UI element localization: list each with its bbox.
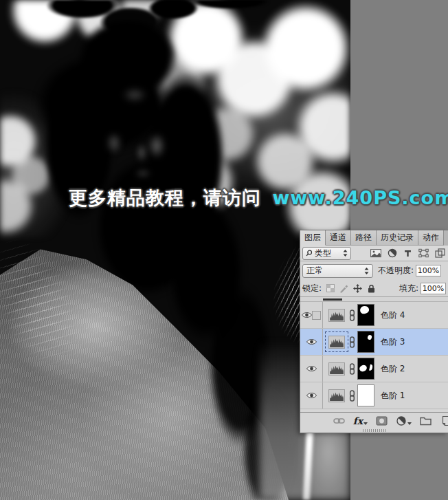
- filter-icon-group: [370, 248, 446, 258]
- lock-transparency-icon[interactable]: [326, 284, 335, 292]
- layer-mask-thumbnail[interactable]: [357, 358, 374, 380]
- adjustment-layer-thumbnail[interactable]: [327, 334, 346, 350]
- opacity-value: 100%: [418, 266, 439, 275]
- adjustment-layer-thumbnail[interactable]: [327, 360, 346, 377]
- filter-row: 类型: [300, 246, 448, 261]
- layer-row[interactable]: 色阶 3: [300, 329, 448, 356]
- pixel-layers-filter-icon[interactable]: [370, 248, 381, 258]
- adjustment-layer-thumbnail[interactable]: [327, 307, 346, 323]
- watermark: 更多精品教程，请访问 www.240PS.com: [69, 186, 399, 210]
- adjustment-layers-filter-icon[interactable]: [388, 248, 397, 258]
- add-layer-mask-icon[interactable]: [376, 415, 388, 426]
- lock-label: 锁定:: [302, 283, 322, 294]
- new-adjustment-layer-icon[interactable]: [396, 415, 412, 426]
- link-layers-icon[interactable]: [333, 415, 345, 426]
- layers-panel: 图层 通道 路径 历史记录 动作 类型: [300, 230, 448, 433]
- layer-name[interactable]: 色阶 2: [381, 363, 405, 375]
- blend-mode-row: 正常 不透明度: 100%: [300, 261, 448, 280]
- adjustment-layer-thumbnail[interactable]: [327, 387, 346, 404]
- layer-style-icon[interactable]: fx: [353, 416, 368, 426]
- grip-dots-icon: [363, 429, 386, 432]
- tab-paths[interactable]: 路径: [351, 230, 377, 246]
- tab-channels[interactable]: 通道: [326, 230, 351, 246]
- partial-layer-row: [300, 297, 448, 302]
- new-group-icon[interactable]: [420, 415, 432, 426]
- layer-mask-thumbnail[interactable]: [357, 331, 374, 353]
- tab-history[interactable]: 历史记录: [377, 230, 418, 246]
- opacity-label: 不透明度:: [378, 265, 414, 276]
- visibility-toggle[interactable]: [300, 329, 323, 355]
- visibility-toggle[interactable]: [300, 382, 323, 409]
- tab-actions[interactable]: 动作: [418, 230, 444, 246]
- layer-name[interactable]: 色阶 4: [381, 309, 405, 321]
- visibility-toggle[interactable]: [300, 302, 323, 328]
- layer-row[interactable]: 色阶 1: [300, 382, 448, 409]
- layer-row[interactable]: 色阶 2: [300, 356, 448, 382]
- fill-input[interactable]: 100%: [421, 283, 446, 294]
- opacity-input[interactable]: 100%: [416, 265, 441, 276]
- watermark-url: www.240PS.com: [272, 187, 448, 208]
- layer-row[interactable]: 色阶 4: [300, 302, 448, 329]
- fill-label: 填充:: [399, 283, 418, 294]
- blend-mode-value: 正常: [306, 265, 364, 276]
- watermark-text: 更多精品教程，请访问: [69, 187, 261, 208]
- type-layers-filter-icon[interactable]: [403, 249, 412, 258]
- visibility-toggle[interactable]: [300, 356, 323, 382]
- new-layer-icon[interactable]: [440, 415, 448, 426]
- updown-arrows-icon: [364, 267, 369, 275]
- filter-kind-label: 类型: [315, 248, 343, 259]
- lock-all-icon[interactable]: [367, 284, 376, 293]
- lock-pixels-icon[interactable]: [339, 284, 348, 293]
- lock-position-icon[interactable]: [353, 284, 362, 293]
- panel-bottom-bar: fx: [300, 412, 448, 428]
- submenu-arrow-icon: [363, 422, 368, 425]
- search-icon: [306, 250, 313, 257]
- layer-name[interactable]: 色阶 1: [381, 390, 405, 402]
- layer-name[interactable]: 色阶 3: [381, 336, 405, 348]
- submenu-arrow-icon: [407, 422, 412, 425]
- layer-mask-thumbnail[interactable]: [357, 304, 374, 326]
- mask-link-icon[interactable]: [349, 309, 355, 321]
- panel-resize-grip[interactable]: [300, 428, 448, 433]
- panel-tab-bar: 图层 通道 路径 历史记录 动作: [300, 230, 448, 246]
- layer-list: 色阶 4 色阶 3: [300, 297, 448, 410]
- lock-row: 锁定: 填充: 100%: [300, 280, 448, 297]
- mask-link-icon[interactable]: [349, 363, 355, 375]
- mask-link-icon[interactable]: [349, 390, 355, 402]
- visibility-empty-box: [312, 311, 321, 320]
- updown-arrows-icon: [343, 249, 348, 257]
- document-canvas[interactable]: [0, 0, 350, 500]
- fill-value: 100%: [423, 284, 444, 293]
- eye-icon: [306, 392, 317, 399]
- blend-mode-select[interactable]: 正常: [302, 264, 373, 278]
- eye-icon: [302, 312, 312, 318]
- layer-mask-thumbnail[interactable]: [357, 384, 374, 406]
- eye-icon: [306, 365, 317, 372]
- shape-layers-filter-icon[interactable]: [418, 248, 429, 258]
- smart-object-filter-icon[interactable]: [435, 248, 445, 258]
- mask-link-icon[interactable]: [349, 336, 355, 348]
- photoshop-workspace: { "workspace": { "background_color": "#7…: [0, 0, 448, 500]
- filter-kind-select[interactable]: 类型: [302, 247, 351, 260]
- eye-icon: [306, 338, 317, 345]
- tab-layers[interactable]: 图层: [300, 230, 326, 246]
